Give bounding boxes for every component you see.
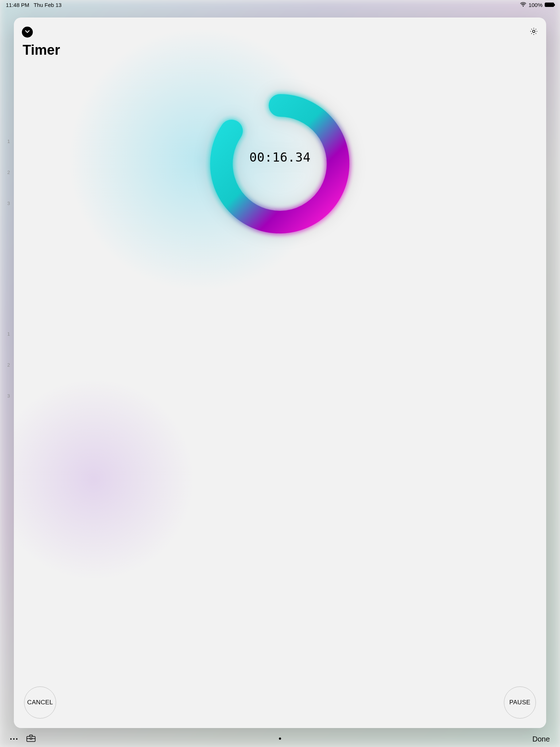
page-indicator [279,738,281,740]
page-title: Timer [14,39,546,58]
pause-button[interactable]: PAUSE [504,686,536,719]
battery-percent: 100% [529,2,542,8]
timer-modal: Timer 00 [14,18,546,728]
svg-point-0 [533,30,535,32]
done-button[interactable]: Done [532,735,550,743]
gear-icon [529,31,538,37]
chevron-down-icon [25,29,30,35]
battery-icon [545,3,554,7]
background-row-numbers-bottom: 123 [7,331,10,399]
status-date: Thu Feb 13 [34,2,62,8]
cancel-button[interactable]: CANCEL [24,686,56,719]
status-time: 11:48 PM [6,2,29,8]
collapse-button[interactable] [22,27,33,38]
settings-button[interactable] [529,27,538,37]
time-readout: 00:16.34 [203,150,357,165]
svg-rect-2 [30,738,32,739]
wifi-icon [520,2,526,8]
background-row-numbers-top: 123 [7,139,10,206]
more-button[interactable] [10,738,18,740]
toolbox-icon[interactable] [26,734,36,744]
status-bar: 11:48 PM Thu Feb 13 100% [0,0,560,9]
timer-display: 00:16.34 [14,69,546,259]
